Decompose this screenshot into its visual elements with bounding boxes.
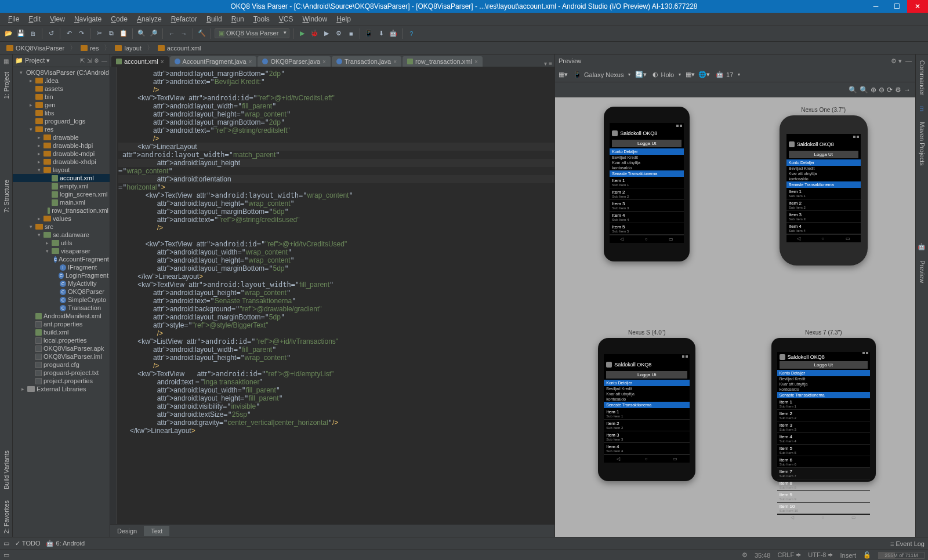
tree-node[interactable]: ▸drawable <box>13 133 110 141</box>
android-tab[interactable]: 🤖 6: Android <box>46 540 85 547</box>
commander-tab[interactable]: Commander <box>918 57 927 99</box>
text-tab[interactable]: Text <box>144 526 169 536</box>
help-icon[interactable]: ? <box>406 28 416 39</box>
copy-icon[interactable]: ⧉ <box>106 28 117 39</box>
external-libraries[interactable]: ▸External Libraries <box>13 385 110 393</box>
structure-tool-tab[interactable]: 7: Structure <box>2 176 11 216</box>
tree-node[interactable]: ▸drawable-mdpi <box>13 150 110 158</box>
zoom-out-icon[interactable]: ⊖ <box>879 86 884 94</box>
tree-node[interactable]: CMyActivity <box>13 279 110 288</box>
menu-view[interactable]: View <box>45 14 70 24</box>
encoding[interactable]: UTF-8 ≑ <box>808 551 833 559</box>
tree-node[interactable]: main.xml <box>13 198 110 206</box>
window-maximize-button[interactable]: ☐ <box>886 0 907 13</box>
memory-indicator[interactable]: 255M of 711M <box>878 552 925 559</box>
tab-list-icon[interactable]: ▾ ≡ <box>544 60 552 67</box>
window-close-button[interactable]: ✕ <box>907 0 928 13</box>
code-editor[interactable]: attr">android:layout_marginBottom="2dp" … <box>110 67 554 524</box>
save-all-icon[interactable]: 🗎 <box>28 28 38 39</box>
project-view-combo[interactable]: 📁 Project ▾ <box>15 57 50 64</box>
jump-to-source-icon[interactable]: → <box>904 86 911 94</box>
build-variants-tab[interactable]: Build Variants <box>2 447 11 493</box>
tree-node[interactable]: ▾layout <box>13 166 110 174</box>
run-config-combo[interactable]: ▣ OKQ8 Visa Parser <box>215 28 289 38</box>
menu-refactor[interactable]: Refactor <box>166 14 202 24</box>
preview-tab[interactable]: Preview <box>918 257 927 286</box>
menu-code[interactable]: Code <box>106 14 132 24</box>
save-icon[interactable]: 💾 <box>16 28 26 39</box>
replace-icon[interactable]: 🔎 <box>148 28 159 39</box>
tree-node[interactable]: COKQ8Parser <box>13 288 110 296</box>
render-config-icon[interactable]: ▦▾ <box>559 71 568 78</box>
project-tool-icon[interactable]: ▦ <box>2 57 10 65</box>
tree-node[interactable]: ▸values <box>13 214 110 223</box>
scroll-from-source-icon[interactable]: ⇱ <box>80 57 85 64</box>
hide-preview-icon[interactable]: ― <box>905 57 912 64</box>
tree-node[interactable]: OKQ8VisaParser.apk <box>13 344 110 352</box>
menu-help[interactable]: Help <box>332 14 356 24</box>
tree-node[interactable]: local.properties <box>13 336 110 344</box>
menu-vcs[interactable]: VCS <box>274 14 298 24</box>
orientation-icon[interactable]: 🔄▾ <box>635 71 647 78</box>
tree-node[interactable]: ▾res <box>13 125 110 133</box>
tree-node[interactable]: ▸utils <box>13 239 110 247</box>
gear-icon[interactable]: ⚙ <box>94 57 99 64</box>
editor-tab[interactable]: account.xml× <box>111 56 169 67</box>
sync-icon[interactable]: ↺ <box>46 28 56 39</box>
menu-tools[interactable]: Tools <box>249 14 274 24</box>
tree-node[interactable]: OKQ8VisaParser.iml <box>13 352 110 361</box>
tree-node[interactable]: AndroidManifest.xml <box>13 312 110 320</box>
locale-icon[interactable]: 🌐▾ <box>698 71 710 78</box>
zoom-fit-icon[interactable]: 🔍 <box>849 86 857 94</box>
editor-tab[interactable]: AccountFragment.java× <box>170 56 257 67</box>
sdk-manager-icon[interactable]: ⬇ <box>376 28 386 39</box>
maven-tab[interactable]: m <box>918 103 927 115</box>
collapse-all-icon[interactable]: ⇲ <box>87 57 92 64</box>
theme-combo[interactable]: ◐Holo <box>650 70 682 79</box>
editor-tab[interactable]: Transaction.java× <box>332 56 401 67</box>
cut-icon[interactable]: ✂ <box>94 28 104 39</box>
breadcrumb-item[interactable]: OKQ8VisaParser <box>2 43 70 53</box>
processes-icon[interactable]: ⚙ <box>742 551 748 559</box>
tree-node[interactable]: ▾se.adanware <box>13 231 110 239</box>
tree-node[interactable]: build.xml <box>13 328 110 336</box>
editor-tab[interactable]: row_transaction.xml× <box>403 56 483 67</box>
tool-window-icon[interactable]: ▭ <box>3 540 9 547</box>
status-icon[interactable]: ▭ <box>3 551 9 559</box>
breadcrumb-item[interactable]: layout <box>111 43 146 53</box>
tree-node[interactable]: IIFragment <box>13 263 110 271</box>
tree-node[interactable]: CSimpleCrypto <box>13 296 110 304</box>
tree-root[interactable]: ▾OKQ8VisaParser (C:\Android <box>13 68 110 77</box>
tree-node[interactable]: CTransaction <box>13 304 110 312</box>
redo-icon[interactable]: ↷ <box>76 28 86 39</box>
make-icon[interactable]: 🔨 <box>197 28 207 39</box>
run-attached-icon[interactable]: ▶ <box>321 28 332 39</box>
zoom-actual-icon[interactable]: 🔍 <box>860 86 868 94</box>
undo-icon[interactable]: ↶ <box>64 28 74 39</box>
api-combo[interactable]: 🤖17 <box>713 70 741 79</box>
design-tab[interactable]: Design <box>110 526 144 536</box>
tree-node[interactable]: ▾src <box>13 223 110 231</box>
menu-analyze[interactable]: Analyze <box>132 14 166 24</box>
tree-node[interactable]: account.xml <box>13 174 110 182</box>
monitor-icon[interactable]: 🤖 <box>388 28 398 39</box>
tree-node[interactable]: row_transaction.xml <box>13 206 110 214</box>
tree-node[interactable]: ant.properties <box>13 320 110 328</box>
todo-tab[interactable]: ✓ TODO <box>15 540 40 547</box>
attach-debugger-icon[interactable]: ⚙ <box>334 28 344 39</box>
preview-tab-icon[interactable]: 🤖 <box>917 239 927 253</box>
avd-manager-icon[interactable]: 📱 <box>364 28 374 39</box>
activity-icon[interactable]: ▦▾ <box>686 71 695 78</box>
project-tool-tab[interactable]: 1: Project <box>2 68 11 102</box>
menu-window[interactable]: Window <box>298 14 332 24</box>
device-combo[interactable]: 📱Galaxy Nexus <box>571 70 632 79</box>
event-log-tab[interactable]: ≡ Event Log <box>890 540 925 547</box>
lock-icon[interactable]: 🔓 <box>863 551 871 559</box>
tree-node[interactable]: login_screen.xml <box>13 190 110 198</box>
tree-node[interactable]: ▸.idea <box>13 77 110 85</box>
zoom-in-icon[interactable]: ⊕ <box>871 86 876 94</box>
stop-icon[interactable]: ■ <box>346 28 356 39</box>
maven-projects-tab[interactable]: Maven Projects <box>918 118 927 169</box>
line-separator[interactable]: CRLF ≑ <box>777 551 801 559</box>
find-icon[interactable]: 🔍 <box>136 28 147 39</box>
